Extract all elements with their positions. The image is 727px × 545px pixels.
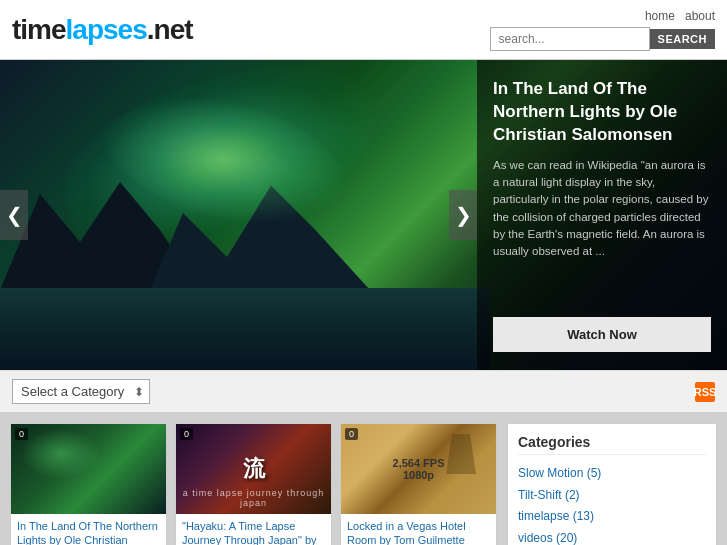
search-input[interactable] [490,27,650,51]
video-title[interactable]: "Hayaku: A Time Lapse Journey Through Ja… [176,514,331,545]
video-thumbnail: 0 流 a time lapse journey through japan [176,424,331,514]
main-content: 0 In The Land Of The Northern Lights by … [0,413,727,545]
video-fps-badge: 2,564 FPS 1080p [393,457,445,481]
logo-time: time [12,14,66,45]
fps-line2: 1080p [393,469,445,481]
sidebar: Categories Slow Motion (5) Tilt-Shift (2… [507,423,717,545]
nav-links: home about [645,9,715,23]
search-button[interactable]: SEARCH [650,29,715,49]
hero-next-button[interactable]: ❯ [449,190,477,240]
nav-about[interactable]: about [685,9,715,23]
video-thumbnail: 0 [11,424,166,514]
hero-slider: ❮ ❯ In The Land Of The Northern Lights b… [0,60,727,370]
category-select[interactable]: Select a Category [12,379,150,404]
nav-home[interactable]: home [645,9,675,23]
sidebar-categories: Categories Slow Motion (5) Tilt-Shift (2… [507,423,717,545]
header-right: home about SEARCH [490,9,715,51]
video-grid: 0 In The Land Of The Northern Lights by … [10,423,497,545]
site-logo[interactable]: timelapses.net [12,14,193,46]
video-card[interactable]: 0 In The Land Of The Northern Lights by … [10,423,167,545]
video-card[interactable]: 0 2,564 FPS 1080p Locked in a Vegas Hote… [340,423,497,545]
sidebar-link-timelapse[interactable]: timelapse (13) [518,506,706,528]
water-reflection [0,288,490,370]
logo-lapses: lapses [66,14,147,45]
video-thumb-sub: a time lapse journey through japan [176,488,331,508]
sidebar-link-tilt-shift[interactable]: Tilt-Shift (2) [518,485,706,507]
video-row: 0 In The Land Of The Northern Lights by … [10,423,497,545]
hero-overlay: In The Land Of The Northern Lights by Ol… [477,60,727,370]
hero-mountains [0,190,490,370]
sidebar-link-slow-motion[interactable]: Slow Motion (5) [518,463,706,485]
logo-net: .net [147,14,193,45]
hero-prev-button[interactable]: ❮ [0,190,28,240]
video-title[interactable]: Locked in a Vegas Hotel Room by Tom Guil… [341,514,496,545]
category-bar: Select a Category RSS [0,370,727,413]
search-bar: SEARCH [490,27,715,51]
video-thumbnail: 0 2,564 FPS 1080p [341,424,496,514]
rss-icon[interactable]: RSS [695,382,715,402]
video-card[interactable]: 0 流 a time lapse journey through japan "… [175,423,332,545]
video-title[interactable]: In The Land Of The Northern Lights by Ol… [11,514,166,545]
mountain-right [150,180,370,290]
category-select-wrapper[interactable]: Select a Category [12,379,150,404]
hero-description: As we can read in Wikipedia "an aurora i… [493,157,711,261]
video-thumb-kanji: 流 [243,454,265,484]
sidebar-link-videos[interactable]: videos (20) [518,528,706,545]
header: timelapses.net home about SEARCH [0,0,727,60]
sidebar-categories-title: Categories [518,434,706,455]
fps-line1: 2,564 FPS [393,457,445,469]
video-badge: 0 [180,428,193,440]
video-badge: 0 [15,428,28,440]
watch-now-button[interactable]: Watch Now [493,317,711,352]
video-badge: 0 [345,428,358,440]
hero-title: In The Land Of The Northern Lights by Ol… [493,78,711,147]
